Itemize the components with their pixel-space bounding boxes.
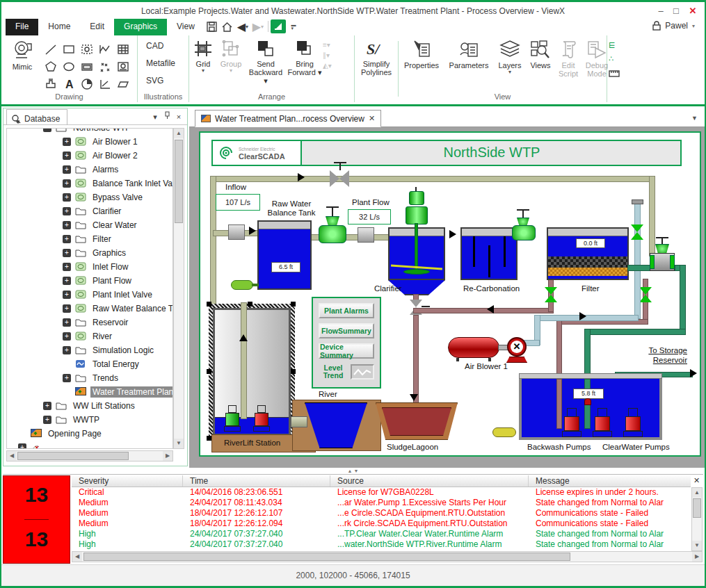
- menu-tab-file[interactable]: File: [6, 19, 38, 35]
- tree-expander-icon[interactable]: +: [63, 221, 71, 229]
- mimic-nav-device-summary[interactable]: Device Summary: [319, 343, 374, 359]
- line-tool-icon[interactable]: [42, 40, 60, 58]
- tree-view-icon[interactable]: ⋿: [609, 41, 623, 50]
- flow-meter[interactable]: [231, 280, 253, 290]
- tree-item-water-treatment-plan[interactable]: Water Treatment Plan: [7, 385, 173, 399]
- recarb-valve[interactable]: [512, 225, 536, 240]
- alarm-banner[interactable]: 13 13: [3, 475, 70, 564]
- air-valve-icon[interactable]: [631, 224, 643, 232]
- tree-expander-icon[interactable]: +: [63, 304, 71, 313]
- tree-expander-icon[interactable]: +: [63, 318, 71, 327]
- clarifier-motor[interactable]: [406, 206, 428, 224]
- trend-tool-icon[interactable]: [96, 40, 114, 58]
- tree-item-trends[interactable]: +Trends: [7, 371, 173, 385]
- tree-item-river[interactable]: +River: [7, 329, 173, 343]
- simplify-polylines-button[interactable]: S/ Simplify Polylines: [356, 40, 396, 76]
- tree-expander-icon[interactable]: +: [63, 207, 71, 215]
- tree-item-total-energy[interactable]: Total Energy: [7, 357, 173, 371]
- filter-tank[interactable]: [547, 227, 629, 280]
- tree-expander-icon[interactable]: +: [63, 374, 71, 382]
- send-backward-button[interactable]: Send Backward ▾: [246, 40, 285, 85]
- tree-item-filter[interactable]: +Filter: [7, 232, 173, 246]
- database-tab[interactable]: Database: [6, 109, 67, 125]
- mimic-nav-flowsummary[interactable]: FlowSummary: [319, 323, 374, 338]
- distribute-icon[interactable]: ∥▾: [323, 51, 337, 59]
- user-name[interactable]: Pawel: [665, 21, 688, 31]
- tree-expander-icon[interactable]: +: [63, 193, 71, 202]
- blower-pump[interactable]: ✕: [507, 337, 527, 357]
- alarm-vertical-scrollbar[interactable]: ▲ ▼: [691, 487, 703, 551]
- menu-tab-view[interactable]: View: [167, 19, 204, 35]
- tree-item-opening-page[interactable]: Opening Page: [7, 427, 173, 441]
- debug-mode-button[interactable]: Debug Mode: [582, 40, 611, 78]
- scroll-up-icon[interactable]: ▲: [692, 488, 702, 498]
- minimize-button[interactable]: –: [653, 5, 668, 17]
- tree-horizontal-scrollbar[interactable]: ◀ ▶: [6, 450, 173, 462]
- butterfly-valve-icon[interactable]: [330, 170, 339, 187]
- mimic-button[interactable]: Mimic: [6, 40, 39, 71]
- panel-splitter[interactable]: ▲ ▼: [1, 468, 705, 474]
- text-tool-icon[interactable]: A: [60, 75, 78, 92]
- alarm-panel-close-icon[interactable]: ✕: [691, 475, 702, 486]
- grid-button[interactable]: Grid▾: [191, 40, 216, 73]
- tree-item-reservoir[interactable]: +Reservoir: [7, 316, 173, 329]
- pipe-tool-icon[interactable]: [42, 75, 60, 92]
- tree-item-clarifier[interactable]: +Clarifier: [7, 204, 173, 218]
- pie-tool-icon[interactable]: [78, 75, 96, 92]
- tree-expander-icon[interactable]: +: [63, 152, 71, 160]
- tree-expander-icon[interactable]: +: [63, 346, 71, 354]
- column-time[interactable]: Time: [183, 475, 330, 487]
- maximize-button[interactable]: □: [668, 5, 684, 17]
- tree-expander-icon[interactable]: +: [63, 332, 71, 341]
- raw-water-balance-tank[interactable]: [257, 220, 312, 290]
- sludge-lagoon[interactable]: [376, 402, 458, 440]
- level-trend-label[interactable]: Level Trend: [320, 364, 346, 379]
- document-tab[interactable]: Water Treatment Plan...rocess Overview ✕: [195, 110, 381, 127]
- alarm-row[interactable]: Medium18/04/2017 12:26:12.094...rk Circl…: [72, 518, 691, 529]
- menu-tab-edit[interactable]: Edit: [80, 19, 114, 35]
- axes-tool-icon[interactable]: [96, 75, 114, 92]
- lift-pump-red[interactable]: [253, 405, 270, 432]
- tree-item-ww-lift-stations[interactable]: +WW Lift Stations: [7, 399, 173, 413]
- layers-button[interactable]: Layers▾: [495, 40, 525, 74]
- tree-expander-icon[interactable]: +: [43, 402, 51, 410]
- panel-menu-icon[interactable]: ▾: [150, 111, 161, 122]
- scatter-tool-icon[interactable]: [96, 58, 114, 75]
- tree-expander-icon[interactable]: +: [18, 443, 26, 449]
- tree-item-alarms[interactable]: +Alarms: [7, 163, 173, 177]
- grid-tool-icon[interactable]: [114, 40, 132, 58]
- tree-item-graphics[interactable]: +Graphics: [7, 246, 173, 260]
- scroll-up-icon[interactable]: ▲: [174, 129, 184, 138]
- column-source[interactable]: Source: [330, 475, 529, 487]
- tree-vertical-scrollbar[interactable]: ▲ ▼: [173, 128, 184, 449]
- ellipse-tool-icon[interactable]: [60, 58, 78, 75]
- alarm-horizontal-scrollbar[interactable]: ◀ ▶: [72, 551, 703, 562]
- plant-flow-value[interactable]: 32 L/s: [348, 209, 391, 224]
- column-severity[interactable]: Severity: [72, 475, 183, 487]
- tree-item-raw-water-balance-ta[interactable]: +Raw Water Balance Ta: [7, 302, 173, 316]
- tree-item-plant-inlet-valve[interactable]: +Plant Inlet Valve: [7, 288, 173, 302]
- save-icon[interactable]: [204, 19, 220, 33]
- waste-valve-icon[interactable]: [545, 287, 557, 295]
- tree-item-balance-tank-inlet-val[interactable]: +Balance Tank Inlet Val: [7, 177, 173, 190]
- polyline-tool-icon[interactable]: [114, 75, 132, 92]
- polygon-tool-icon[interactable]: [42, 58, 60, 75]
- tree-item-simulation-logic[interactable]: +Simulation Logic: [7, 343, 173, 357]
- tree-item[interactable]: +×: [7, 441, 173, 449]
- tree-expander-icon[interactable]: +: [63, 263, 71, 271]
- menu-tab-home[interactable]: Home: [38, 19, 80, 35]
- mimic-page[interactable]: Schneider Electric ClearSCADA NorthSide …: [199, 131, 701, 457]
- tab-close-icon[interactable]: ✕: [369, 114, 375, 123]
- scroll-down-icon[interactable]: ▼: [692, 541, 702, 550]
- parameters-button[interactable]: Parameters: [444, 40, 493, 70]
- scroll-right-icon[interactable]: ▶: [692, 552, 702, 562]
- rectangle-tool-icon[interactable]: [60, 40, 78, 58]
- scroll-left-icon[interactable]: ◀: [72, 552, 82, 562]
- alarm-row[interactable]: High24/04/2017 07:37:27.040...TP.Clear W…: [72, 529, 691, 539]
- level-meter[interactable]: [492, 427, 516, 437]
- alarm-row[interactable]: Critical14/04/2016 08:23:06.551License f…: [72, 487, 691, 498]
- home-icon[interactable]: [220, 19, 235, 33]
- clearwater-pump-1[interactable]: [593, 408, 612, 437]
- illustrations-item-metafile[interactable]: Metafile: [138, 54, 182, 72]
- bring-forward-button[interactable]: Bring Forward ▾: [287, 40, 323, 76]
